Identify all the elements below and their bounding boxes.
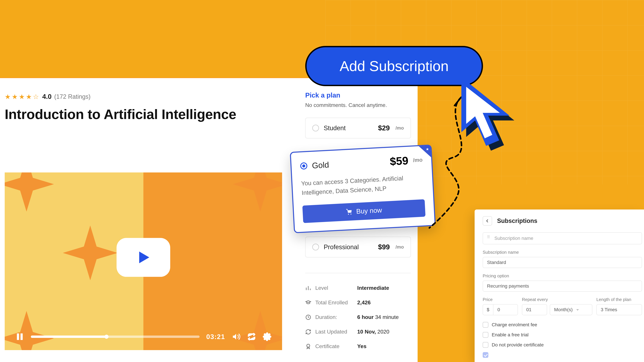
pause-button[interactable] [16,332,24,341]
detail-value: 2,426 [357,300,371,306]
detail-label-text: Last Updated [315,329,347,335]
volume-icon[interactable] [232,332,240,341]
plan-price: $59 [390,154,409,168]
svg-point-6 [348,214,349,215]
star-icon: ★ [426,147,429,151]
field-label: Subscription name [483,250,642,255]
stars: ★ ★ ★ ★ ☆ [5,93,39,100]
svg-point-7 [350,214,352,215]
pick-plan-title: Pick a plan [305,91,411,99]
detail-value: 10 Nov, 2020 [357,329,390,335]
chevron-down-icon [576,308,579,311]
video-controls: 03:21 [5,327,282,350]
rating-count: (172 Ratings) [54,93,90,100]
play-button[interactable] [116,238,170,277]
admin-title: Subscriptions [497,217,537,224]
detail-label-text: Certificate [315,343,340,350]
timecode: 03:21 [206,333,225,341]
detail-label-text: Level [315,285,328,291]
plan-per: /mo [396,125,404,131]
buy-now-button[interactable]: Buy now [302,199,426,223]
plan-price: $29 [378,124,390,132]
detail-duration: Duration: 6 hour 34 minute [305,314,411,320]
level-icon [305,285,311,291]
detail-level: Level Intermediate [305,285,411,291]
field-label: Length of the plan [596,297,642,302]
column-header: Subscription name [494,236,533,241]
plan-length-input[interactable]: 3 Times [596,304,642,315]
plan-gold-card[interactable]: ★ Gold $59 /mo You can access 3 Categori… [290,144,436,233]
field-label: Pricing option [483,273,642,279]
pick-plan-subtitle: No commitments. Cancel anytime. [305,102,411,108]
field-label: Repeat every [522,297,592,302]
back-button[interactable] [483,216,492,226]
settings-icon[interactable] [263,332,271,341]
divider [305,273,411,273]
plan-per: /mo [396,244,404,250]
cursor-icon [454,77,523,154]
svg-point-5 [307,344,310,347]
plan-label: Gold [312,160,329,170]
repeat-value-input[interactable]: 01 [522,304,547,315]
svg-rect-1 [17,334,19,340]
plan-label: Student [324,124,346,132]
star-icon: ★ [12,93,18,100]
plan-description: You can access 3 Categories. Artificial … [301,172,424,198]
field-label: Price [483,297,518,302]
detail-certificate: Certificate Yes [305,343,411,350]
play-icon [135,249,152,266]
detail-value: Yes [357,343,366,350]
charge-enrolment-checkbox[interactable]: Charge enrolment fee [483,322,642,328]
pricing-option-input[interactable]: Recurring payments [483,281,642,292]
subscription-name-header[interactable]: ⠿ Subscription name [483,232,642,244]
extra-checkbox[interactable] [483,352,642,358]
radio-icon [312,244,319,250]
star-outline-icon: ☆ [33,93,39,100]
no-certificate-checkbox[interactable]: Do not provide certificate [483,342,642,348]
rating-score: 4.0 [42,93,52,100]
video-player[interactable]: 03:21 [5,172,282,350]
detail-value: Intermediate [357,285,389,291]
repeat-unit-select[interactable]: Month(s) [550,304,592,315]
refresh-icon [305,329,311,335]
clock-icon [305,314,311,320]
plan-label: Professional [324,244,359,251]
currency-symbol: $ [483,305,494,315]
star-icon: ★ [26,93,32,100]
award-icon [305,344,311,350]
drag-handle-icon[interactable]: ⠿ [487,236,491,240]
buy-label: Buy now [356,206,382,215]
enable-trial-checkbox[interactable]: Enable a free trial [483,332,642,338]
radio-selected-icon [300,162,308,170]
detail-enrolled: Total Enrolled 2,426 [305,300,411,306]
add-subscription-label: Add Subscription [340,58,448,74]
progress-bar[interactable] [31,336,200,338]
plan-price: $99 [378,243,390,251]
loop-icon[interactable] [247,332,256,341]
star-icon: ★ [5,93,11,100]
svg-marker-0 [139,252,149,263]
star-icon: ★ [19,93,25,100]
detail-updated: Last Updated 10 Nov, 2020 [305,329,411,335]
graduation-icon [305,300,311,306]
cart-icon [346,208,353,215]
svg-rect-2 [20,334,23,340]
radio-icon [312,125,319,131]
detail-label-text: Total Enrolled [315,300,348,306]
detail-value: 6 hour 34 minute [357,314,399,320]
subscription-name-input[interactable]: Standard [483,257,642,268]
price-input[interactable]: $ 0 [483,304,518,315]
subscriptions-admin-panel: Subscriptions ⠿ Subscription name Subscr… [474,210,644,362]
plan-professional[interactable]: Professional $99 /mo [305,237,411,257]
detail-label-text: Duration: [315,314,337,320]
featured-corner [419,146,431,158]
plan-student[interactable]: Student $29 /mo [305,118,411,138]
